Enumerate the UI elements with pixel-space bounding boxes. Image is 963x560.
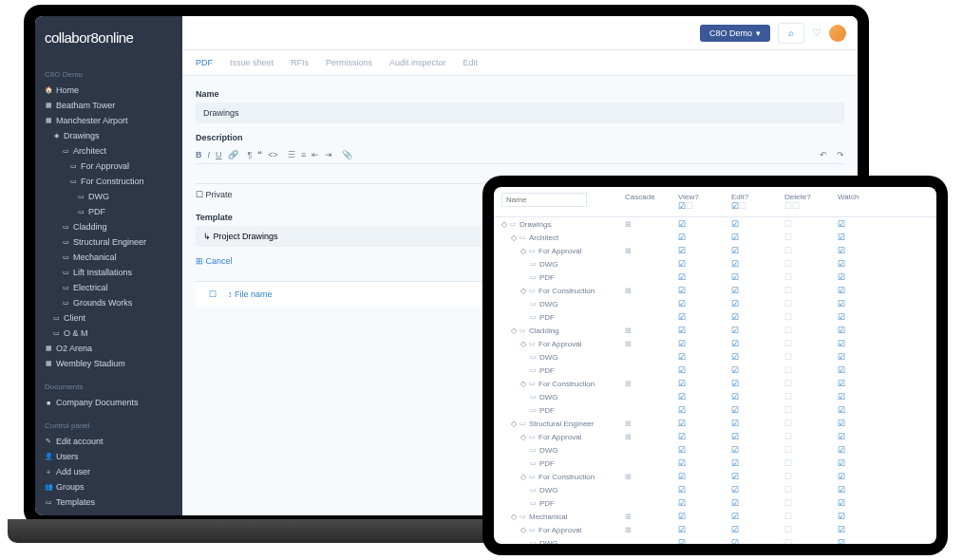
checkbox-checked-icon[interactable]: ☑ (678, 352, 686, 362)
checkbox-empty-icon[interactable]: ☐ (784, 286, 792, 295)
checkbox-checked-icon[interactable]: ☑ (838, 352, 845, 362)
checkbox-checked-icon[interactable]: ☑ (731, 392, 739, 401)
edit-cell[interactable]: ☑ (731, 392, 784, 401)
checkbox-empty-icon[interactable]: ☐ (784, 312, 792, 322)
demo-dropdown[interactable]: C8O Demo▾ (700, 25, 770, 42)
edit-cell[interactable]: ☑ (731, 498, 784, 508)
checkbox-checked-icon[interactable]: ☑ (678, 445, 686, 455)
expand-icon[interactable]: ◇ (511, 327, 517, 335)
delete-cell[interactable]: ☐ (784, 326, 838, 335)
select-all-checkbox[interactable]: ☐ (209, 289, 228, 299)
expand-icon[interactable]: ◇ (520, 526, 526, 534)
checkbox-checked-icon[interactable]: ☑ (678, 432, 686, 441)
quote-icon[interactable]: ❝ (257, 150, 262, 159)
checkbox-empty-icon[interactable]: ☐ (784, 525, 792, 534)
checkbox-checked-icon[interactable]: ☑ (838, 365, 845, 375)
delete-cell[interactable]: ☐ (784, 286, 838, 295)
checkbox-empty-icon[interactable]: ☐ (784, 432, 792, 441)
perm-name[interactable]: ◇▭ Cladding (501, 327, 625, 335)
edit-cell[interactable]: ☑ (731, 419, 784, 428)
edit-cell[interactable]: ☑ (731, 485, 784, 495)
bold-icon[interactable]: B (196, 150, 202, 159)
watch-cell[interactable]: ☑ (838, 233, 891, 242)
checkbox-checked-icon[interactable]: ☑ (678, 326, 686, 335)
cascade-cell[interactable]: ⊞ (625, 287, 678, 295)
perm-name[interactable]: ▭ PDF (501, 366, 625, 375)
sidebar-item-structural-engineer[interactable]: ▭Structural Engineer (35, 234, 182, 250)
perm-name[interactable]: ◇▭ For Approval (501, 340, 625, 348)
watch-cell[interactable]: ☑ (838, 498, 891, 508)
perm-name[interactable]: ◇▭ For Construction (501, 287, 625, 295)
italic-icon[interactable]: I (208, 150, 211, 159)
delete-cell[interactable]: ☐ (784, 472, 838, 481)
perm-name[interactable]: ▭ PDF (501, 273, 625, 282)
watch-cell[interactable]: ☑ (838, 538, 891, 544)
watch-cell[interactable]: ☑ (838, 259, 891, 269)
edit-header[interactable]: Edit?☑☐ (731, 193, 784, 211)
outdent-icon[interactable]: ⇤ (312, 150, 319, 159)
checkbox-checked-icon[interactable]: ☑ (678, 259, 686, 269)
view-cell[interactable]: ☑ (678, 472, 731, 481)
watch-header[interactable]: Watch (838, 193, 891, 211)
checkbox-checked-icon[interactable]: ☑ (678, 233, 686, 242)
tab-issue-sheet[interactable]: Issue sheet (230, 58, 274, 67)
edit-cell[interactable]: ☑ (731, 405, 784, 415)
checkbox-empty-icon[interactable]: ☐ (784, 219, 792, 229)
checkbox-checked-icon[interactable]: ☑ (731, 219, 739, 229)
edit-cell[interactable]: ☑ (731, 432, 784, 441)
edit-cell[interactable]: ☑ (731, 299, 784, 308)
expand-icon[interactable]: ◇ (520, 340, 526, 348)
sidebar-item-o2-arena[interactable]: ▦O2 Arena (35, 341, 182, 356)
checkbox-empty-icon[interactable]: ☐ (784, 419, 792, 428)
perm-name[interactable]: ▭ DWG (501, 353, 625, 362)
edit-cell[interactable]: ☑ (731, 458, 784, 468)
checkbox-checked-icon[interactable]: ☑ (678, 312, 686, 322)
edit-cell[interactable]: ☑ (731, 472, 784, 481)
view-cell[interactable]: ☑ (678, 419, 731, 428)
edit-cell[interactable]: ☑ (731, 538, 784, 544)
delete-header[interactable]: Delete?☐☐ (784, 193, 838, 211)
sidebar-item-home[interactable]: 🏠Home (35, 83, 182, 98)
watch-cell[interactable]: ☑ (838, 379, 891, 388)
view-cell[interactable]: ☑ (678, 272, 731, 282)
delete-cell[interactable]: ☐ (784, 379, 838, 388)
checkbox-checked-icon[interactable]: ☑ (678, 419, 686, 428)
view-cell[interactable]: ☑ (678, 352, 731, 362)
perm-name[interactable]: ◇▭ Drawings (501, 220, 625, 229)
delete-cell[interactable]: ☐ (784, 392, 838, 401)
delete-cell[interactable]: ☐ (784, 485, 838, 495)
checkbox-checked-icon[interactable]: ☑ (731, 432, 739, 441)
checkbox-checked-icon[interactable]: ☑ (678, 498, 686, 508)
checkbox-checked-icon[interactable]: ☑ (678, 246, 686, 255)
expand-icon[interactable]: ◇ (520, 433, 526, 441)
view-cell[interactable]: ☑ (678, 326, 731, 335)
view-header[interactable]: View?☑☐ (678, 193, 731, 211)
delete-cell[interactable]: ☐ (784, 272, 838, 282)
sidebar-item-for-approval[interactable]: ▭For Approval (35, 159, 182, 174)
edit-cell[interactable]: ☑ (731, 525, 784, 534)
checkbox-checked-icon[interactable]: ☑ (838, 246, 845, 255)
watch-cell[interactable]: ☑ (838, 339, 891, 348)
watch-cell[interactable]: ☑ (838, 405, 891, 415)
watch-cell[interactable]: ☑ (838, 312, 891, 322)
sidebar-item-grounds-works[interactable]: ▭Grounds Works (35, 295, 182, 310)
name-input[interactable] (196, 103, 844, 123)
sidebar-item-wembley-stadium[interactable]: ▦Wembley Stadium (35, 356, 182, 371)
checkbox-checked-icon[interactable]: ☑ (731, 286, 739, 295)
edit-cell[interactable]: ☑ (731, 272, 784, 282)
cascade-cell[interactable]: ⊞ (625, 473, 678, 481)
checkbox-checked-icon[interactable]: ☑ (731, 512, 739, 521)
delete-cell[interactable]: ☐ (784, 538, 838, 544)
checkbox-checked-icon[interactable]: ☑ (838, 405, 845, 415)
checkbox-checked-icon[interactable]: ☑ (731, 405, 739, 415)
checkbox-empty-icon[interactable]: ☐ (784, 405, 792, 415)
checkbox-checked-icon[interactable]: ☑ (731, 445, 739, 455)
perm-name[interactable]: ◇▭ For Approval (501, 247, 625, 255)
cascade-cell[interactable]: ⊞ (625, 380, 678, 388)
checkbox-checked-icon[interactable]: ☑ (731, 339, 739, 348)
delete-cell[interactable]: ☐ (784, 299, 838, 308)
sidebar-item-client[interactable]: ▭Client (35, 310, 182, 326)
sidebar-item-pdf[interactable]: ▭PDF (35, 204, 182, 219)
checkbox-empty-icon[interactable]: ☐ (784, 472, 792, 481)
perm-name[interactable]: ▭ DWG (501, 446, 625, 455)
